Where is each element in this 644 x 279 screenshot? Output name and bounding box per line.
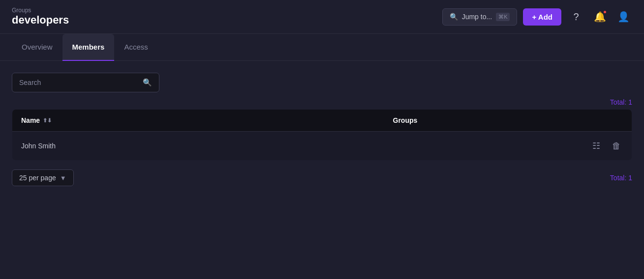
delete-member-button[interactable]: 🗑 bbox=[610, 139, 623, 153]
pagination-bar: 25 per page ▼ Total: 1 bbox=[12, 161, 632, 186]
user-avatar-button[interactable]: 👤 bbox=[614, 8, 632, 26]
keyboard-shortcut-hint: ⌘K bbox=[496, 13, 510, 21]
cell-groups: ☷ 🗑 bbox=[384, 132, 632, 161]
column-header-groups: Groups bbox=[384, 110, 632, 132]
help-icon: ? bbox=[573, 11, 579, 23]
sort-icon: ⬆⬇ bbox=[43, 117, 52, 124]
tab-access[interactable]: Access bbox=[114, 34, 157, 61]
table-row: John Smith ☷ 🗑 bbox=[12, 132, 632, 161]
jump-to-button[interactable]: 🔍 Jump to... ⌘K bbox=[442, 8, 518, 26]
page-title: developers bbox=[12, 14, 69, 27]
notification-icon-wrap: 🔔 bbox=[594, 11, 606, 23]
tab-members[interactable]: Members bbox=[62, 34, 115, 61]
search-bar-container: 🔍 bbox=[12, 73, 159, 92]
manage-groups-icon: ☷ bbox=[592, 141, 600, 151]
search-icon: 🔍 bbox=[450, 13, 458, 21]
header-left: Groups developers bbox=[12, 7, 69, 27]
header-right: 🔍 Jump to... ⌘K + Add ? 🔔 👤 bbox=[442, 8, 632, 26]
chevron-down-icon: ▼ bbox=[60, 174, 66, 182]
tab-overview[interactable]: Overview bbox=[12, 34, 62, 61]
per-page-select[interactable]: 25 per page ▼ bbox=[12, 169, 74, 186]
search-icon: 🔍 bbox=[143, 78, 152, 87]
tabs-bar: Overview Members Access bbox=[0, 34, 644, 61]
table-header-row: Name ⬆⬇ Groups bbox=[12, 110, 632, 132]
cell-name: John Smith bbox=[12, 132, 384, 161]
jump-to-label: Jump to... bbox=[462, 13, 492, 21]
total-count-bottom: Total: 1 bbox=[610, 174, 632, 182]
row-actions: ☷ 🗑 bbox=[393, 139, 623, 153]
members-table: Name ⬆⬇ Groups John Smith ☷ bbox=[12, 109, 632, 161]
help-button[interactable]: ? bbox=[567, 8, 585, 26]
notification-dot bbox=[603, 10, 607, 14]
total-count-top: Total: 1 bbox=[12, 92, 632, 109]
breadcrumb: Groups bbox=[12, 7, 69, 14]
search-input[interactable] bbox=[19, 79, 139, 86]
trash-icon: 🗑 bbox=[612, 141, 621, 151]
column-header-name[interactable]: Name ⬆⬇ bbox=[12, 110, 384, 132]
notifications-button[interactable]: 🔔 bbox=[591, 8, 609, 26]
add-button[interactable]: + Add bbox=[523, 8, 561, 26]
user-icon: 👤 bbox=[617, 11, 630, 23]
app-header: Groups developers 🔍 Jump to... ⌘K + Add … bbox=[0, 0, 644, 34]
main-content: 🔍 Total: 1 Name ⬆⬇ Groups Jo bbox=[0, 61, 644, 198]
add-label: + Add bbox=[532, 13, 552, 21]
manage-groups-button[interactable]: ☷ bbox=[590, 139, 602, 153]
